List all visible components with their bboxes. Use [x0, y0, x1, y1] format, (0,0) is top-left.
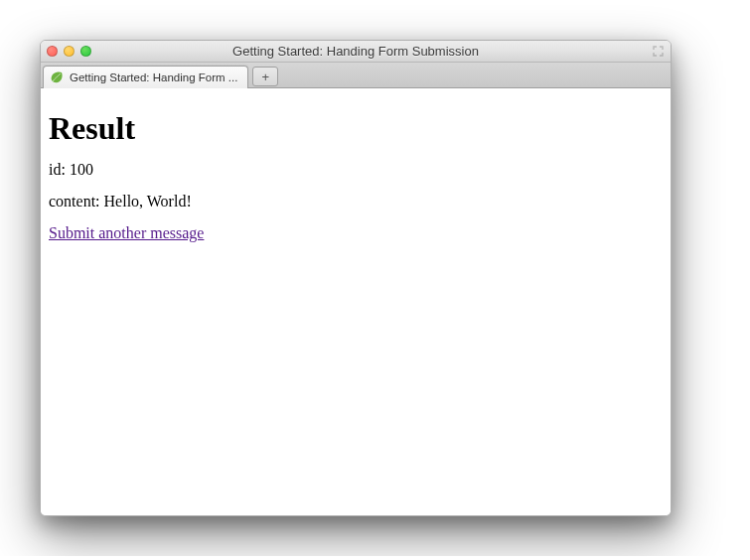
tab-bar: Getting Started: Handing Form ... +	[41, 63, 671, 88]
traffic-lights	[47, 46, 91, 57]
tab-label: Getting Started: Handing Form ...	[70, 71, 237, 83]
spring-leaf-icon	[50, 70, 64, 84]
window-titlebar: Getting Started: Handing Form Submission	[41, 41, 671, 63]
close-window-button[interactable]	[47, 46, 58, 57]
result-content-line: content: Hello, World!	[49, 193, 663, 210]
fullscreen-icon[interactable]	[651, 45, 665, 59]
new-tab-button[interactable]: +	[252, 67, 278, 86]
zoom-window-button[interactable]	[80, 46, 91, 57]
page-content: Result id: 100 content: Hello, World! Su…	[41, 88, 671, 515]
submit-another-link[interactable]: Submit another message	[49, 224, 204, 241]
result-id-line: id: 100	[49, 161, 663, 179]
page-heading: Result	[49, 110, 663, 147]
plus-icon: +	[262, 70, 270, 84]
link-paragraph: Submit another message	[49, 224, 663, 242]
tab-active[interactable]: Getting Started: Handing Form ...	[43, 66, 248, 88]
minimize-window-button[interactable]	[64, 46, 75, 57]
browser-window: Getting Started: Handing Form Submission…	[40, 40, 672, 516]
window-title: Getting Started: Handing Form Submission	[41, 44, 671, 59]
